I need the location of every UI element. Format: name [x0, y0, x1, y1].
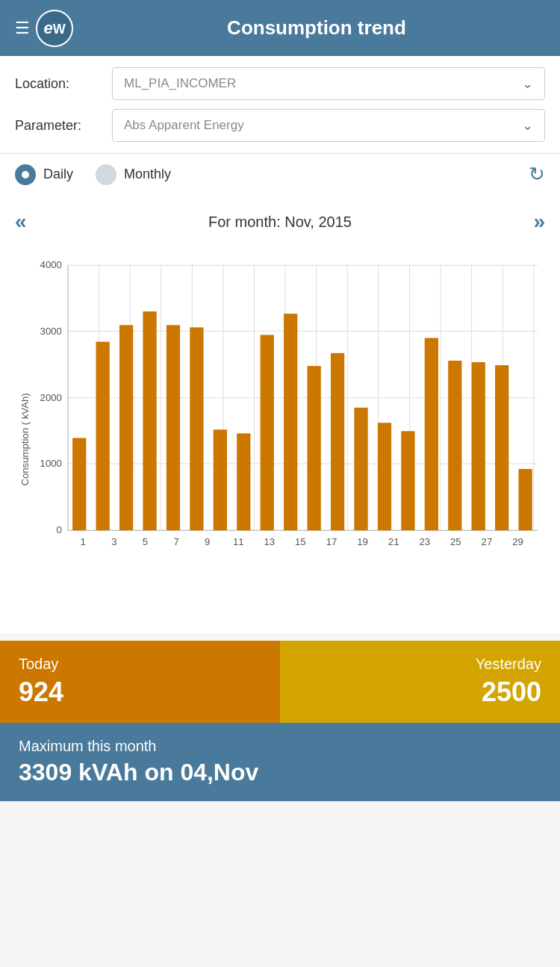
- today-value: 924: [19, 677, 261, 708]
- y-tick-2000: 2000: [40, 392, 62, 403]
- yesterday-label: Yesterday: [299, 656, 541, 673]
- bar-day-6: [190, 327, 203, 530]
- monthly-radio[interactable]: [96, 164, 116, 185]
- x-tick-13: 13: [264, 537, 275, 548]
- bar-day-8: [237, 433, 250, 530]
- view-toggle-row: Daily Monthly ↻: [0, 154, 560, 195]
- yesterday-value: 2500: [299, 677, 541, 708]
- controls-section: Location: ML_PIA_INCOMER ⌄ Parameter: Ab…: [0, 56, 560, 154]
- chart-navigation: « For month: Nov, 2015 »: [15, 202, 545, 241]
- chart-section: « For month: Nov, 2015 » Consumption ( k…: [0, 195, 560, 600]
- bar-day-13: [354, 408, 367, 530]
- x-tick-9: 9: [205, 537, 210, 548]
- bar-day-14: [378, 423, 391, 530]
- x-tick-29: 29: [512, 537, 523, 548]
- x-tick-21: 21: [388, 537, 399, 548]
- chart-svg: Consumption ( kVAh): [15, 241, 545, 585]
- x-tick-3: 3: [111, 537, 116, 548]
- max-value: 3309 kVAh on 04,Nov: [19, 759, 541, 786]
- parameter-value: Abs Apparent Energy: [124, 118, 244, 133]
- bar-chart: Consumption ( kVAh): [15, 241, 545, 585]
- x-tick-19: 19: [357, 537, 368, 548]
- x-tick-23: 23: [419, 537, 430, 548]
- bar-day-10: [284, 314, 297, 530]
- x-tick-27: 27: [482, 537, 493, 548]
- hamburger-icon[interactable]: ☰: [15, 19, 30, 38]
- bar-day-18: [472, 362, 485, 530]
- x-tick-1: 1: [81, 537, 86, 548]
- bar-day-5: [167, 325, 180, 530]
- stats-cards: Today 924 Yesterday 2500: [0, 641, 560, 723]
- parameter-dropdown-arrow: ⌄: [522, 117, 533, 134]
- x-tick-5: 5: [143, 537, 148, 548]
- x-tick-17: 17: [326, 537, 337, 548]
- page-title: Consumption trend: [88, 16, 545, 40]
- bar-day-11: [308, 366, 321, 530]
- x-tick-25: 25: [450, 537, 461, 548]
- prev-arrow[interactable]: «: [15, 210, 27, 234]
- daily-label: Daily: [43, 167, 73, 182]
- bar-day-1: [72, 438, 86, 530]
- max-label: Maximum this month: [19, 738, 541, 755]
- location-value: ML_PIA_INCOMER: [124, 76, 236, 91]
- bar-day-12: [331, 353, 344, 530]
- bar-day-15: [401, 431, 414, 530]
- app-header: ☰ eW Consumption trend: [0, 0, 560, 56]
- x-tick-7: 7: [173, 537, 178, 548]
- x-tick-11: 11: [233, 537, 244, 548]
- bar-day-2: [96, 342, 110, 531]
- monthly-label: Monthly: [124, 167, 171, 182]
- logo-area: ☰ eW: [15, 10, 73, 47]
- y-tick-0: 0: [57, 524, 62, 535]
- bar-day-3: [119, 325, 133, 530]
- location-dropdown-arrow: ⌄: [522, 75, 533, 92]
- parameter-dropdown[interactable]: Abs Apparent Energy ⌄: [112, 109, 545, 142]
- today-card: Today 924: [0, 641, 280, 723]
- bar-day-17: [448, 361, 461, 530]
- logo-text: eW: [43, 19, 65, 38]
- app-logo: eW: [36, 10, 73, 47]
- y-tick-4000: 4000: [40, 259, 62, 270]
- y-tick-3000: 3000: [40, 326, 62, 337]
- today-label: Today: [19, 656, 261, 673]
- max-card: Maximum this month 3309 kVAh on 04,Nov: [0, 723, 560, 801]
- bar-day-19: [495, 365, 508, 530]
- refresh-icon[interactable]: ↻: [529, 163, 545, 186]
- bar-day-20: [519, 469, 532, 530]
- stats-spacer: [0, 600, 560, 633]
- bar-day-9: [261, 335, 274, 531]
- location-label: Location:: [15, 76, 112, 92]
- location-row: Location: ML_PIA_INCOMER ⌄: [15, 67, 545, 100]
- y-tick-1000: 1000: [40, 458, 62, 469]
- x-tick-15: 15: [295, 537, 306, 548]
- parameter-label: Parameter:: [15, 118, 112, 134]
- yesterday-card: Yesterday 2500: [280, 641, 560, 723]
- bar-day-16: [425, 338, 438, 531]
- y-axis-label: Consumption ( kVAh): [19, 393, 31, 485]
- bar-day-4: [143, 311, 156, 530]
- daily-radio[interactable]: [15, 164, 36, 185]
- chart-period-title: For month: Nov, 2015: [208, 214, 352, 231]
- next-arrow[interactable]: »: [533, 210, 545, 234]
- location-dropdown[interactable]: ML_PIA_INCOMER ⌄: [112, 67, 545, 100]
- parameter-row: Parameter: Abs Apparent Energy ⌄: [15, 109, 545, 142]
- bar-day-7: [214, 429, 227, 530]
